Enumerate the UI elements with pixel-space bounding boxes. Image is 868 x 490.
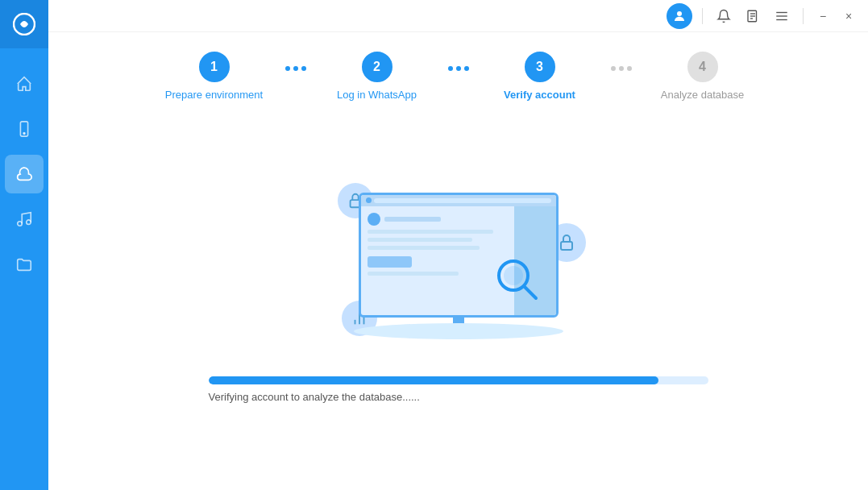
user-avatar[interactable] [667,3,692,29]
dot [448,66,453,71]
dots-2-3 [442,66,476,71]
step-1: 1 Prepare environment [150,52,279,101]
monitor-shadow [354,323,563,339]
dot [456,66,461,71]
sidebar-item-cloud[interactable] [5,155,44,193]
separator-1 [702,8,703,24]
illustration [330,175,588,352]
step-3-label: Verify account [504,89,575,101]
separator-2 [803,8,804,24]
progress-container: Verifying account to analyze the databas… [209,376,708,403]
magnifier-icon [496,258,540,305]
monitor-screen [359,193,559,318]
step-4: 4 Analyze database [638,52,767,101]
sidebar-item-music[interactable] [5,200,44,239]
dots-3-4 [604,66,638,71]
dot [619,66,624,71]
step-1-circle: 1 [199,52,230,82]
notification-bell-icon[interactable] [712,5,735,27]
svg-point-3 [18,222,23,226]
step-3: 3 Verify account [476,52,604,101]
steps-container: 1 Prepare environment 2 Log in WhatsApp … [48,32,868,114]
svg-point-4 [27,220,31,225]
progress-status-text: Verifying account to analyze the databas… [209,391,708,403]
progress-bar-fill [209,376,658,384]
svg-point-19 [504,266,523,285]
dot [285,66,290,71]
step-4-circle: 4 [687,52,718,82]
dots-1-2 [279,66,313,71]
titlebar-controls: − × [667,3,858,29]
svg-rect-14 [561,242,572,250]
progress-bar-background [209,376,708,384]
step-2-label: Log in WhatsApp [337,89,417,101]
menu-icon[interactable] [770,5,793,27]
monitor [359,193,559,335]
dot [627,66,632,71]
close-button[interactable]: × [839,6,858,26]
sidebar-item-folder[interactable] [5,245,44,284]
dot [301,66,306,71]
sidebar-item-home[interactable] [5,64,44,103]
docs-icon[interactable] [741,5,764,27]
sidebar-item-device[interactable] [5,110,44,148]
step-1-label: Prepare environment [165,89,263,101]
titlebar: − × [48,0,868,32]
step-2: 2 Log in WhatsApp [313,52,442,101]
content-area: Verifying account to analyze the databas… [48,114,868,490]
step-4-label: Analyze database [661,89,744,101]
svg-line-20 [525,287,536,298]
main-area: − × 1 Prepare environment 2 Log in Whats… [48,0,868,490]
sidebar-nav [0,64,48,284]
step-3-circle: 3 [525,52,555,82]
svg-point-2 [23,133,25,135]
sidebar [0,0,48,490]
dot [464,66,469,71]
dot [293,66,298,71]
dot [611,66,616,71]
sidebar-logo[interactable] [0,0,48,48]
minimize-button[interactable]: − [813,6,833,26]
step-2-circle: 2 [362,52,392,82]
svg-point-5 [677,11,682,16]
